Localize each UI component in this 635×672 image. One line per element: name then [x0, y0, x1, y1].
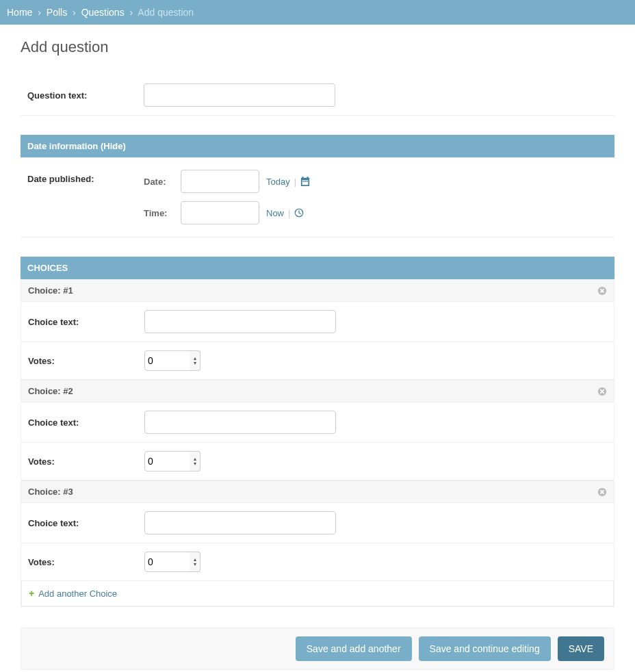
date-published-label: Date published: — [27, 170, 144, 184]
submit-row: Save and add another Save and continue e… — [21, 628, 614, 670]
votes-input[interactable] — [144, 451, 192, 471]
breadcrumb-current: Add question — [138, 7, 194, 18]
choice-text-label: Choice text: — [28, 317, 144, 327]
choices-inline-group: Choice: #1 Choice text: Votes: ▴▾ — [21, 279, 614, 607]
breadcrumb-separator: › — [35, 7, 44, 18]
add-another-label: Add another Choice — [38, 589, 117, 599]
svg-rect-0 — [303, 181, 304, 182]
separator: | — [288, 208, 290, 218]
add-another-choice-link[interactable]: + Add another Choice — [29, 588, 117, 599]
svg-rect-2 — [307, 181, 308, 182]
votes-input[interactable] — [144, 350, 192, 371]
choice-header-label: Choice: #1 — [28, 285, 73, 296]
number-spinner-icon[interactable]: ▴▾ — [190, 552, 200, 572]
votes-label: Votes: — [28, 456, 144, 467]
today-link[interactable]: Today — [266, 177, 290, 187]
number-spinner-icon[interactable]: ▴▾ — [190, 451, 200, 471]
delete-icon[interactable] — [597, 387, 607, 396]
choice-text-label: Choice text: — [28, 417, 144, 428]
votes-label: Votes: — [28, 557, 144, 567]
date-section-toggle[interactable]: (Hide) — [101, 141, 126, 151]
save-continue-button[interactable]: Save and continue editing — [419, 636, 551, 661]
svg-rect-1 — [304, 181, 306, 182]
breadcrumb-questions[interactable]: Questions — [81, 7, 125, 18]
calendar-icon[interactable] — [300, 177, 310, 186]
choice-text-label: Choice text: — [28, 518, 144, 528]
number-spinner-icon[interactable]: ▴▾ — [190, 350, 200, 371]
delete-icon[interactable] — [597, 487, 607, 497]
save-button[interactable]: SAVE — [558, 636, 604, 661]
choice-header: Choice: #2 — [21, 380, 614, 402]
breadcrumb-home[interactable]: Home — [7, 7, 32, 18]
save-add-another-button[interactable]: Save and add another — [296, 636, 412, 661]
separator: | — [294, 177, 296, 187]
date-input[interactable] — [181, 170, 259, 193]
votes-input[interactable] — [144, 552, 192, 572]
breadcrumb-separator: › — [70, 7, 79, 18]
question-text-label: Question text: — [27, 90, 144, 101]
add-another-row: + Add another Choice — [21, 581, 614, 606]
choices-section-header: CHOICES — [21, 257, 614, 279]
page-title: Add question — [21, 38, 614, 56]
choice-header: Choice: #3 — [21, 480, 614, 503]
date-section-label: Date information — [27, 141, 98, 151]
question-text-input[interactable] — [144, 83, 335, 107]
date-section-header: Date information (Hide) — [21, 135, 614, 157]
now-link[interactable]: Now — [266, 208, 284, 218]
breadcrumb-separator: › — [127, 7, 136, 18]
clock-icon[interactable] — [294, 208, 304, 218]
date-sublabel: Date: — [144, 177, 174, 187]
choice-text-input[interactable] — [144, 511, 336, 534]
choice-header-label: Choice: #3 — [28, 487, 73, 497]
breadcrumb: Home › Polls › Questions › Add question — [0, 0, 635, 25]
choice-text-input[interactable] — [144, 310, 336, 333]
delete-icon[interactable] — [597, 286, 607, 296]
plus-icon: + — [29, 588, 34, 599]
time-sublabel: Time: — [144, 208, 174, 218]
choice-text-input[interactable] — [144, 411, 336, 434]
votes-label: Votes: — [28, 356, 144, 366]
time-input[interactable] — [181, 201, 259, 224]
choice-header: Choice: #1 — [21, 279, 614, 302]
choice-header-label: Choice: #2 — [28, 386, 73, 396]
breadcrumb-polls[interactable]: Polls — [47, 7, 67, 18]
